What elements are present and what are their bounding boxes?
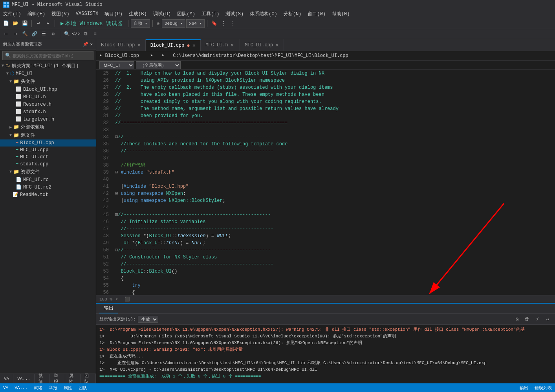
menu-team[interactable]: 团队(M) xyxy=(174,9,198,18)
file-resource-h[interactable]: ⬜ Resource.h xyxy=(0,101,96,108)
title-bar: MFC_UI - Microsoft Visual Studio xyxy=(0,0,555,9)
menu-view[interactable]: 视图(V) xyxy=(48,9,73,18)
bottom-tab-report[interactable]: 就绪 xyxy=(35,374,50,383)
menu-tools[interactable]: 工具(T) xyxy=(198,9,223,18)
chevron-down-icon3: ▼ xyxy=(9,79,12,84)
close-sidebar-icon[interactable]: ✕ xyxy=(90,42,93,47)
attach-btn[interactable]: 🔗 xyxy=(30,30,38,38)
svg-rect-3 xyxy=(7,5,9,7)
app-logo xyxy=(3,2,9,8)
pin-icon[interactable]: 📌 xyxy=(83,42,88,47)
file-targetver-h[interactable]: ⬜ targetver.h xyxy=(0,115,96,123)
file-stdafx-cpp[interactable]: + stdafx.cpp xyxy=(0,161,96,168)
headers-group[interactable]: ▼ 📁 头文件 xyxy=(0,77,96,86)
menu-project[interactable]: 项目(P) xyxy=(101,9,126,18)
more-btn2[interactable]: ⋮ xyxy=(229,19,237,28)
tab-mfc-ui-h[interactable]: MFC_UI.h ✕ xyxy=(201,39,240,51)
menu-build[interactable]: 生成(B) xyxy=(126,9,150,18)
bottom-tab-va[interactable]: VA xyxy=(0,374,13,383)
file-stdafx-h[interactable]: ⬜ stdafx.h xyxy=(0,108,96,115)
tab-close-icon4[interactable]: ✕ xyxy=(275,42,278,48)
code-editor[interactable]: // 1. Help on how to load and display yo… xyxy=(112,70,555,295)
new-btn[interactable]: 📄 xyxy=(2,19,10,28)
file-block-ui-hpp[interactable]: ⬜ Block_UI.hpp xyxy=(0,86,96,93)
save-btn[interactable]: 💾 xyxy=(20,19,29,28)
source-label: 源文件 xyxy=(21,132,35,139)
more-btn1[interactable]: ⋮ xyxy=(219,19,228,28)
sidebar-title: 解决方案资源管理器 xyxy=(3,41,42,47)
nav-btn1[interactable]: ⟵ xyxy=(2,30,10,38)
output-tab[interactable]: 输出 xyxy=(99,304,118,313)
search-input[interactable] xyxy=(13,53,91,58)
zoom-icon: ▾ xyxy=(115,297,118,302)
chevron-down-icon4: ▼ xyxy=(9,133,12,137)
sep2 xyxy=(55,20,55,27)
more-btn4[interactable]: ⚙ xyxy=(49,30,57,38)
chevron-right-icon: ▶ xyxy=(9,125,12,130)
resources-group[interactable]: ▼ 📁 资源文件 xyxy=(0,168,96,176)
external-group[interactable]: ▶ 📁 外部依赖项 xyxy=(0,123,96,131)
file-mfc-ui-rc[interactable]: 📄 MFC_UI.rc xyxy=(0,176,96,183)
file-block-ui-cpp[interactable]: + Block_UI.cpp xyxy=(0,139,96,147)
solution-item[interactable]: ▼ 🗂 解决方案'MFC_UI'(1 个项目) xyxy=(0,62,96,70)
output-copy-btn[interactable]: ⎘ xyxy=(513,315,521,324)
menu-file[interactable]: 文件(F) xyxy=(0,9,24,18)
file-readme[interactable]: 📝 ReadMe.txt xyxy=(0,191,96,198)
open-btn[interactable]: 📂 xyxy=(11,19,20,28)
menu-debug[interactable]: 调试(D) xyxy=(150,9,174,18)
rc2-file-icon: 📄 xyxy=(16,184,22,190)
code-btn[interactable]: </> xyxy=(72,30,81,38)
file-mfc-ui-def[interactable]: + MFC_UI.def xyxy=(0,154,96,161)
bottom-tab-va2[interactable]: VA... xyxy=(13,374,35,383)
bottom-tab-team[interactable]: 属性 xyxy=(65,374,81,383)
tab-close-icon2[interactable]: ✕ xyxy=(192,42,196,49)
class-dropdown[interactable]: MFC_UI xyxy=(99,61,134,69)
file-mfc-ui-cpp[interactable]: + MFC_UI.cpp xyxy=(0,147,96,154)
nav-btn2[interactable]: ⟶ xyxy=(11,30,20,38)
output-word-wrap-btn[interactable]: ↵ xyxy=(543,315,552,324)
menu-vassistx[interactable]: VASSISTX xyxy=(73,9,102,18)
status-errors[interactable]: 错误列表 xyxy=(535,385,552,391)
more-btn5[interactable]: ≡ xyxy=(91,30,99,38)
tab-mfc-ui-cpp[interactable]: MFC_UI.cpp ✕ xyxy=(240,39,284,51)
tab-block-ui-hpp[interactable]: Block_UI.hpp ✕ xyxy=(96,39,146,51)
more-btn3[interactable]: ☰ xyxy=(39,30,48,38)
menu-arch[interactable]: 体系结构(C) xyxy=(247,9,280,18)
output-clear-btn[interactable]: 🗑 xyxy=(523,315,531,324)
tab-block-ui-cpp[interactable]: Block_UI.cpp ● ✕ xyxy=(146,39,201,51)
sidebar-header: 解决方案资源管理器 📌 ✕ xyxy=(0,39,96,49)
tab-close-icon3[interactable]: ✕ xyxy=(231,42,234,48)
bookmark-btn[interactable]: 🔖 xyxy=(210,19,218,28)
file-mfc-ui-h[interactable]: ⬜ MFC_UI.h xyxy=(0,93,96,101)
menu-window[interactable]: 窗口(W) xyxy=(304,9,329,18)
scope-bar: MFC_UI （全局范围） xyxy=(96,60,555,70)
sidebar-search-box[interactable]: 🔍 xyxy=(2,51,93,60)
bottom-tab-props[interactable]: 举报 xyxy=(50,374,65,383)
scope-dropdown[interactable]: （全局范围） xyxy=(136,61,181,69)
output-filter-btn[interactable]: ⚡ xyxy=(533,315,542,324)
menu-test[interactable]: 测试(S) xyxy=(222,9,247,18)
menu-help[interactable]: 帮助(H) xyxy=(329,9,353,18)
file-label5: targetver.h xyxy=(23,117,54,122)
file-label2: MFC_UI.h xyxy=(23,94,46,100)
config-dropdown[interactable]: 自动 ▾ xyxy=(131,19,150,28)
project-item[interactable]: ▼ ⬡ MFC_UI xyxy=(0,70,96,77)
find-btn[interactable]: 🔍 xyxy=(62,30,71,38)
bottom-tab-extra[interactable]: 团队 xyxy=(81,374,96,383)
tab-close-icon[interactable]: ✕ xyxy=(137,42,140,48)
build-btn[interactable]: 🔨 xyxy=(20,30,29,38)
menu-edit[interactable]: 编辑(E) xyxy=(24,9,49,18)
debug-run-btn[interactable]: ▶ 本地 Windows 调试器 xyxy=(57,20,126,27)
arch-dropdown[interactable]: x64 ▾ xyxy=(186,19,205,28)
diff-btn[interactable]: ⧉ xyxy=(81,30,90,38)
menu-analyze[interactable]: 分析(N) xyxy=(280,9,305,18)
source-dropdown[interactable]: 生成 xyxy=(138,316,158,323)
build-dropdown[interactable]: Debug ▾ xyxy=(162,19,185,28)
file-mfc-ui-rc2[interactable]: 📄 MFC_UI.rc2 xyxy=(0,183,96,191)
undo-btn[interactable]: ↩ xyxy=(34,19,43,28)
source-group[interactable]: ▼ 📁 源文件 xyxy=(0,131,96,139)
redo-btn[interactable]: ↪ xyxy=(44,19,52,28)
modified-indicator: ● xyxy=(187,42,190,49)
editor-tabs: Block_UI.hpp ✕ Block_UI.cpp ● ✕ MFC_UI.h… xyxy=(96,39,555,51)
status-output[interactable]: 输出 xyxy=(520,385,528,391)
